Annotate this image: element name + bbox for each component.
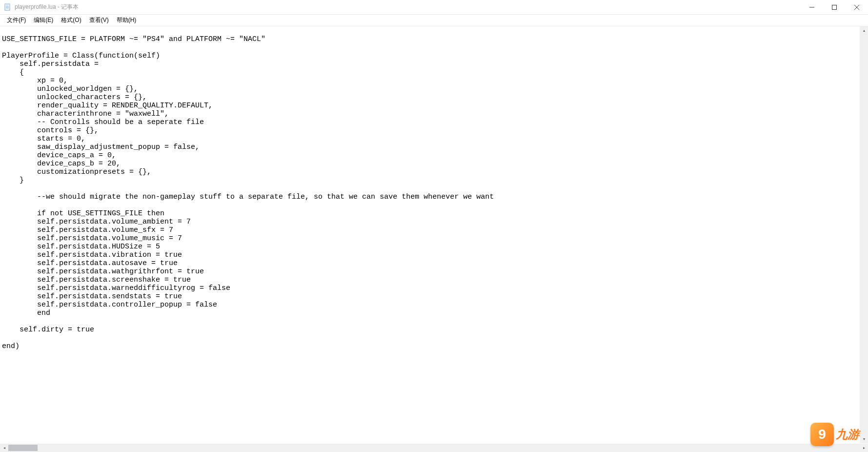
content-area: USE_SETTINGS_FILE = PLATFORM ~= "PS4" an… <box>0 26 868 443</box>
scroll-right-icon[interactable]: ▸ <box>860 444 868 452</box>
vertical-scrollbar[interactable]: ▴ ▾ <box>860 26 868 443</box>
window-title: playerprofile.lua - 记事本 <box>15 3 801 11</box>
scroll-down-icon[interactable]: ▾ <box>860 435 868 443</box>
menu-edit[interactable]: 编辑(E) <box>30 15 57 25</box>
menubar: 文件(F) 编辑(E) 格式(O) 查看(V) 帮助(H) <box>0 15 868 26</box>
scroll-left-icon[interactable]: ◂ <box>0 444 8 452</box>
hscroll-track[interactable] <box>8 444 860 452</box>
menu-view[interactable]: 查看(V) <box>85 15 113 25</box>
menu-help[interactable]: 帮助(H) <box>113 15 141 25</box>
svg-rect-1 <box>5 4 10 5</box>
text-editor[interactable]: USE_SETTINGS_FILE = PLATFORM ~= "PS4" an… <box>0 26 860 443</box>
svg-rect-6 <box>832 5 837 9</box>
close-button[interactable] <box>846 0 868 14</box>
hscroll-thumb[interactable] <box>8 445 38 451</box>
menu-file[interactable]: 文件(F) <box>3 15 30 25</box>
vscroll-track[interactable] <box>860 35 868 435</box>
maximize-button[interactable] <box>823 0 846 14</box>
horizontal-scrollbar[interactable]: ◂ ▸ <box>0 444 868 452</box>
titlebar: playerprofile.lua - 记事本 <box>0 0 868 15</box>
minimize-button[interactable] <box>801 0 823 14</box>
menu-format[interactable]: 格式(O) <box>57 15 85 25</box>
window-controls <box>801 0 868 14</box>
scroll-up-icon[interactable]: ▴ <box>860 26 868 35</box>
notepad-icon <box>4 3 12 11</box>
